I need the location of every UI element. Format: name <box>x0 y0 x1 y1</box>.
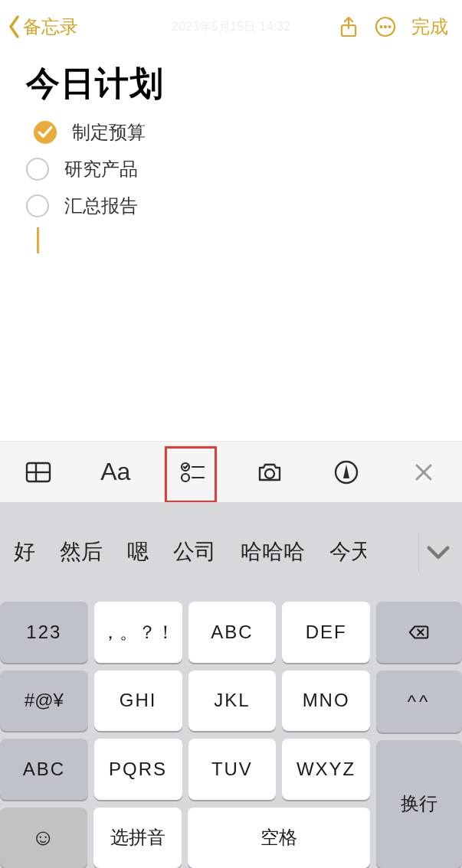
back-label: 备忘录 <box>23 15 78 39</box>
key-backspace[interactable] <box>376 602 462 663</box>
text-cursor <box>37 227 39 253</box>
pen-circle-icon <box>333 458 360 486</box>
checklist-item-text[interactable]: 研究产品 <box>64 157 138 181</box>
chevron-left-icon <box>6 14 23 40</box>
checklist: 制定预算 研究产品 汇总报告 <box>26 120 436 218</box>
checklist-item[interactable]: 制定预算 <box>26 120 436 145</box>
highlight-box <box>165 446 217 503</box>
key-jkl[interactable]: JKL <box>188 671 277 732</box>
svg-point-3 <box>384 25 386 28</box>
checkmark-icon <box>35 122 55 142</box>
key-select-pinyin[interactable]: 选拼音 <box>93 808 181 869</box>
note-body[interactable]: 今日计划 制定预算 研究产品 汇总报告 <box>0 54 462 253</box>
key-pqrs[interactable]: PQRS <box>94 739 182 800</box>
table-icon <box>25 458 52 486</box>
key-numbers[interactable]: 123 <box>0 602 88 663</box>
checklist-item-text[interactable]: 汇总报告 <box>64 194 138 218</box>
note-title[interactable]: 今日计划 <box>26 61 436 106</box>
table-button[interactable] <box>14 451 63 494</box>
dismiss-keyboard-button[interactable] <box>399 451 448 494</box>
svg-point-4 <box>388 25 391 28</box>
suggestion[interactable]: 哈哈哈 <box>231 533 314 571</box>
suggestion[interactable]: 公司 <box>164 533 225 571</box>
back-button[interactable]: 备忘录 <box>6 14 78 40</box>
key-abc[interactable]: ABC <box>188 602 277 663</box>
key-space[interactable]: 空格 <box>188 808 370 869</box>
key-ghi[interactable]: GHI <box>94 671 182 732</box>
key-shift-abc[interactable]: ABC <box>0 739 88 800</box>
header: 备忘录 2023年5月15日 14:32 完成 <box>0 0 462 54</box>
checklist-item-text[interactable]: 制定预算 <box>72 120 146 145</box>
expand-suggestions-button[interactable] <box>422 536 454 568</box>
key-def[interactable]: DEF <box>282 602 370 663</box>
share-icon <box>338 16 359 38</box>
done-button[interactable]: 完成 <box>411 15 448 39</box>
backspace-icon <box>408 621 431 644</box>
more-button[interactable] <box>367 8 404 45</box>
key-wxyz[interactable]: WXYZ <box>282 739 370 800</box>
suggestion[interactable]: 好 <box>5 533 44 571</box>
svg-point-12 <box>265 469 274 478</box>
checkbox-unchecked[interactable] <box>26 194 49 217</box>
chevron-down-icon <box>422 536 454 568</box>
checklist-button[interactable] <box>168 451 217 494</box>
checkbox-checked[interactable] <box>34 121 57 144</box>
svg-point-2 <box>380 25 382 28</box>
checklist-item[interactable]: 研究产品 <box>26 157 436 181</box>
camera-button[interactable] <box>245 451 294 494</box>
key-return[interactable]: 换行 <box>376 740 462 868</box>
suggestion[interactable]: 然后 <box>51 533 112 571</box>
suggestion-bar: 好 然后 嗯 公司 哈哈哈 今天 <box>0 502 462 602</box>
format-toolbar: Aa <box>0 441 462 502</box>
markup-button[interactable] <box>322 451 371 494</box>
close-icon <box>410 458 437 486</box>
divider <box>418 532 419 572</box>
checklist-item[interactable]: 汇总报告 <box>26 194 436 218</box>
share-button[interactable] <box>330 8 367 45</box>
suggestion[interactable]: 嗯 <box>118 533 158 571</box>
key-emoji[interactable]: ☺ <box>0 808 87 869</box>
key-punctuation[interactable]: ，。？！ <box>94 602 182 663</box>
camera-icon <box>256 458 283 486</box>
suggestion[interactable]: 今天 <box>320 533 366 571</box>
checkbox-unchecked[interactable] <box>26 158 49 181</box>
key-symbols[interactable]: #@¥ <box>0 671 88 732</box>
ellipsis-circle-icon <box>375 16 396 38</box>
key-kaomoji[interactable]: ^^ <box>376 671 462 732</box>
keyboard: 好 然后 嗯 公司 哈哈哈 今天 123 ，。？！ ABC DEF #@¥ GH… <box>0 502 462 868</box>
key-mno[interactable]: MNO <box>282 671 370 732</box>
text-format-button[interactable]: Aa <box>91 451 140 494</box>
key-tuv[interactable]: TUV <box>188 739 277 800</box>
